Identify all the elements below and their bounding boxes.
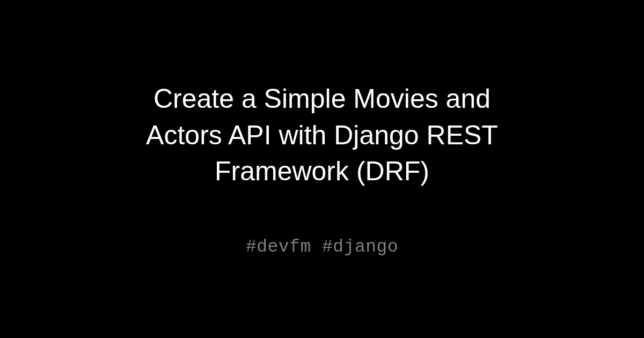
- page-title: Create a Simple Movies and Actors API wi…: [102, 81, 542, 190]
- hashtags: #devfm #django: [246, 237, 398, 257]
